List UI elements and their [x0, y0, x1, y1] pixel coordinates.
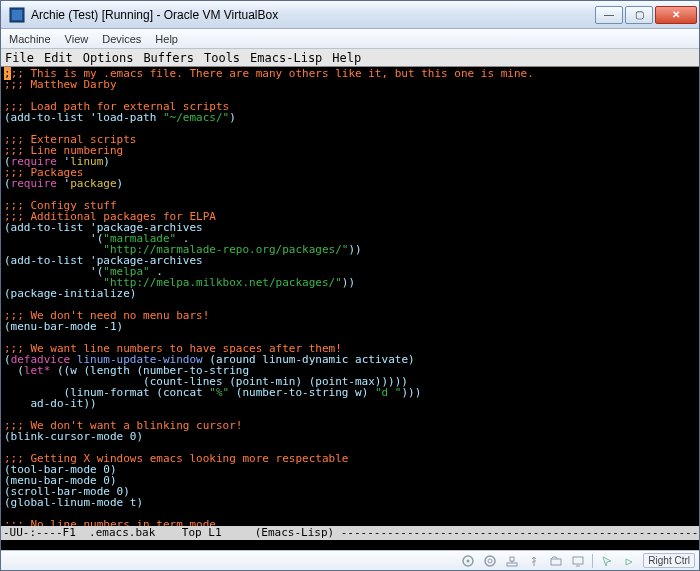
vb-menu-devices[interactable]: Devices [102, 33, 141, 45]
vb-menu-help[interactable]: Help [155, 33, 178, 45]
emacs-menu-edit[interactable]: Edit [42, 51, 75, 65]
display-icon[interactable] [570, 553, 586, 569]
usb-icon[interactable] [526, 553, 542, 569]
emacs-menu-help[interactable]: Help [330, 51, 363, 65]
emacs-menu-tools[interactable]: Tools [202, 51, 242, 65]
emacs-menu-file[interactable]: File [3, 51, 36, 65]
window-title: Archie (Test) [Running] - Oracle VM Virt… [31, 8, 595, 22]
svg-point-3 [467, 559, 470, 562]
minimize-button[interactable]: — [595, 6, 623, 24]
close-button[interactable]: ✕ [655, 6, 697, 24]
vm-window: Archie (Test) [Running] - Oracle VM Virt… [0, 0, 700, 571]
svg-point-4 [485, 556, 495, 566]
svg-rect-6 [507, 563, 517, 566]
emacs-minibuffer[interactable] [1, 540, 699, 550]
window-buttons: — ▢ ✕ [595, 6, 697, 24]
vb-menu-machine[interactable]: Machine [9, 33, 51, 45]
vb-menu-view[interactable]: View [65, 33, 89, 45]
hard-disk-icon[interactable] [460, 553, 476, 569]
host-key-indicator[interactable]: Right Ctrl [643, 553, 695, 568]
emacs-modeline: -UU-:----F1 .emacs.bak Top L1 (Emacs-Lis… [1, 526, 699, 540]
virtualbox-statusbar: Right Ctrl [1, 550, 699, 570]
svg-point-5 [488, 559, 492, 563]
titlebar[interactable]: Archie (Test) [Running] - Oracle VM Virt… [1, 1, 699, 29]
virtualbox-icon [9, 7, 25, 23]
emacs-menu-emacs-lisp[interactable]: Emacs-Lisp [248, 51, 324, 65]
mouse-integration-icon[interactable] [599, 553, 615, 569]
svg-rect-1 [12, 10, 22, 20]
emacs-menubar: File Edit Options Buffers Tools Emacs-Li… [1, 49, 699, 67]
shared-folders-icon[interactable] [548, 553, 564, 569]
virtualbox-menu: Machine View Devices Help [1, 29, 699, 49]
keyboard-capture-icon[interactable] [621, 553, 637, 569]
network-icon[interactable] [504, 553, 520, 569]
emacs-menu-options[interactable]: Options [81, 51, 136, 65]
svg-rect-7 [510, 557, 514, 561]
svg-rect-9 [573, 557, 583, 564]
emacs-buffer[interactable]: ;;; This is my .emacs file. There are ma… [1, 67, 699, 526]
svg-rect-8 [551, 559, 561, 565]
statusbar-separator [592, 554, 593, 568]
optical-disk-icon[interactable] [482, 553, 498, 569]
maximize-button[interactable]: ▢ [625, 6, 653, 24]
emacs-menu-buffers[interactable]: Buffers [141, 51, 196, 65]
